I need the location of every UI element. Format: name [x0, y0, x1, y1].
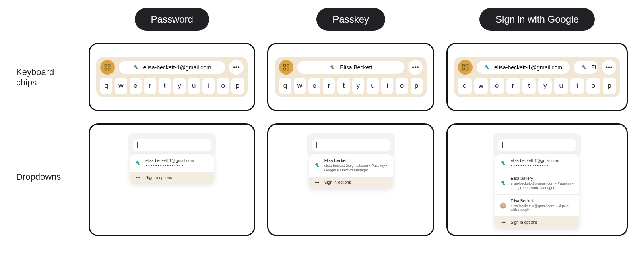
key-p[interactable]: p — [231, 78, 244, 94]
svg-rect-12 — [466, 64, 468, 67]
key-u[interactable]: u — [554, 78, 568, 94]
svg-rect-8 — [287, 64, 289, 67]
more-button[interactable]: ••• — [408, 60, 423, 75]
text-cursor — [502, 142, 503, 148]
key-t[interactable]: t — [159, 78, 171, 94]
card-drop-passkey: Elisa Beckett elisa-beckett-2@gmail.com … — [267, 123, 434, 236]
key-e[interactable]: e — [308, 78, 320, 94]
dropdown-item[interactable]: Elisa Beckett elisa-beckett-2@gmail.com … — [309, 154, 393, 177]
key-q[interactable]: q — [100, 78, 112, 94]
key-o[interactable]: o — [217, 78, 229, 94]
suggestion-chip[interactable]: Elisa Beckett — [297, 61, 404, 74]
more-icon: ••• — [606, 64, 613, 71]
key-q[interactable]: q — [458, 78, 472, 94]
keyboard-bar: elisa-beckett-1@gmail.com ••• q w e r t … — [96, 57, 248, 97]
signin-options[interactable]: ••• Sign-in options — [309, 177, 393, 188]
keyboard-bar: elisa-beckett-1@gmail.com Elisa B ••• q … — [454, 57, 620, 97]
key-e[interactable]: e — [130, 78, 142, 94]
autofill-dropdown: Elisa Beckett elisa-beckett-2@gmail.com … — [309, 154, 393, 188]
key-w[interactable]: w — [294, 78, 306, 94]
app-window: Elisa Beckett elisa-beckett-2@gmail.com … — [307, 133, 395, 157]
autofill-dropdown: elisa-beckett-1@gmail.com ••••••••••••••… — [130, 154, 214, 183]
dd-item-sub: elisa-beckett-3@gmail.com • Sign in with… — [510, 204, 574, 213]
pill-password: Password — [135, 8, 209, 31]
key-i[interactable]: i — [381, 78, 393, 94]
dd-item-sub: elisa-beckett-2@gmail.com • Passkey • Go… — [510, 181, 574, 190]
key-o[interactable]: o — [586, 78, 600, 94]
signin-options[interactable]: ••• Sign-in options — [495, 217, 579, 228]
svg-rect-6 — [108, 68, 110, 70]
key-q[interactable]: q — [279, 78, 291, 94]
key-w[interactable]: w — [474, 78, 488, 94]
keyboard-row: q w e r t y u i o p — [100, 78, 244, 94]
suggestion-chip[interactable]: elisa-beckett-1@gmail.com — [119, 61, 225, 74]
chip-text: Elisa Beckett — [340, 64, 372, 71]
passkey-icon — [314, 162, 320, 169]
app-window: elisa-beckett-1@gmail.com ••••••••••••••… — [128, 133, 216, 157]
app-window: elisa-beckett-1@gmail.com ••••••••••••••… — [493, 133, 581, 157]
suggestion-chip-partial[interactable]: Elisa B — [574, 61, 598, 74]
key-r[interactable]: r — [506, 78, 520, 94]
signin-options-label: Sign-in options — [324, 180, 351, 185]
dd-item-password-mask: •••••••••••••••• — [510, 164, 559, 168]
key-i[interactable]: i — [570, 78, 584, 94]
key-p[interactable]: p — [411, 78, 423, 94]
dropdown-item[interactable]: elisa-beckett-1@gmail.com ••••••••••••••… — [130, 154, 214, 172]
key-u[interactable]: u — [188, 78, 200, 94]
text-cursor — [137, 142, 138, 148]
more-button[interactable]: ••• — [229, 60, 244, 75]
passkey-icon — [484, 64, 490, 71]
column-header-google: Sign in with Google — [446, 8, 628, 31]
key-o[interactable]: o — [396, 78, 408, 94]
dropdown-item[interactable]: Elisa Beckett elisa-beckett-3@gmail.com … — [495, 195, 579, 217]
more-button[interactable]: ••• — [602, 60, 616, 75]
dd-item-title: Elisa Bakery — [510, 176, 574, 181]
key-y[interactable]: y — [538, 78, 552, 94]
key-e[interactable]: e — [490, 78, 504, 94]
card-chips-passkey: Elisa Beckett ••• q w e r t y u i o p — [267, 43, 434, 111]
dropdown-item[interactable]: elisa-beckett-1@gmail.com ••••••••••••••… — [495, 154, 579, 172]
key-p[interactable]: p — [603, 78, 616, 94]
dd-item-title: Elisa Beckett — [510, 199, 574, 203]
key-u[interactable]: u — [367, 78, 379, 94]
svg-rect-10 — [287, 68, 289, 70]
dd-item-sub: elisa-beckett-2@gmail.com • Passkey • Go… — [324, 164, 388, 173]
passkey-icon — [500, 180, 506, 186]
key-w[interactable]: w — [115, 78, 127, 94]
keyboard-app-icon[interactable] — [458, 60, 473, 75]
more-icon: ••• — [412, 64, 419, 71]
svg-rect-4 — [108, 64, 110, 67]
passkey-icon — [133, 64, 139, 71]
key-t[interactable]: t — [337, 78, 349, 94]
key-r[interactable]: r — [144, 78, 156, 94]
key-r[interactable]: r — [323, 78, 335, 94]
dropdown-item[interactable]: Elisa Bakery elisa-beckett-2@gmail.com •… — [495, 172, 579, 195]
row-label-dropdowns: Dropdowns — [16, 123, 76, 182]
key-t[interactable]: t — [522, 78, 536, 94]
more-icon: ••• — [500, 220, 506, 225]
key-y[interactable]: y — [352, 78, 364, 94]
keyboard-app-icon[interactable] — [279, 60, 293, 75]
key-y[interactable]: y — [173, 78, 185, 94]
keyboard-row: q w e r t y u i o p — [458, 78, 616, 94]
key-i[interactable]: i — [202, 78, 215, 94]
signin-options[interactable]: ••• Sign-in options — [130, 172, 214, 183]
text-input[interactable] — [312, 139, 390, 151]
keyboard-app-icon[interactable] — [100, 60, 115, 75]
text-cursor — [316, 142, 317, 148]
svg-rect-7 — [284, 64, 286, 67]
passkey-icon — [581, 64, 587, 71]
signin-options-label: Sign-in options — [510, 220, 537, 225]
text-input[interactable] — [133, 139, 211, 151]
svg-rect-14 — [466, 68, 468, 70]
autofill-dropdown: elisa-beckett-1@gmail.com ••••••••••••••… — [495, 154, 579, 228]
signin-options-label: Sign-in options — [145, 175, 172, 180]
dd-item-title: elisa-beckett-1@gmail.com — [145, 158, 194, 163]
column-header-passkey: Passkey — [267, 8, 434, 31]
card-drop-google: elisa-beckett-1@gmail.com ••••••••••••••… — [446, 123, 628, 236]
dd-item-title: Elisa Beckett — [324, 158, 388, 163]
card-drop-password: elisa-beckett-1@gmail.com ••••••••••••••… — [89, 123, 255, 236]
suggestion-chip[interactable]: elisa-beckett-1@gmail.com — [477, 61, 570, 74]
text-input[interactable] — [498, 139, 576, 151]
more-icon: ••• — [233, 64, 240, 71]
